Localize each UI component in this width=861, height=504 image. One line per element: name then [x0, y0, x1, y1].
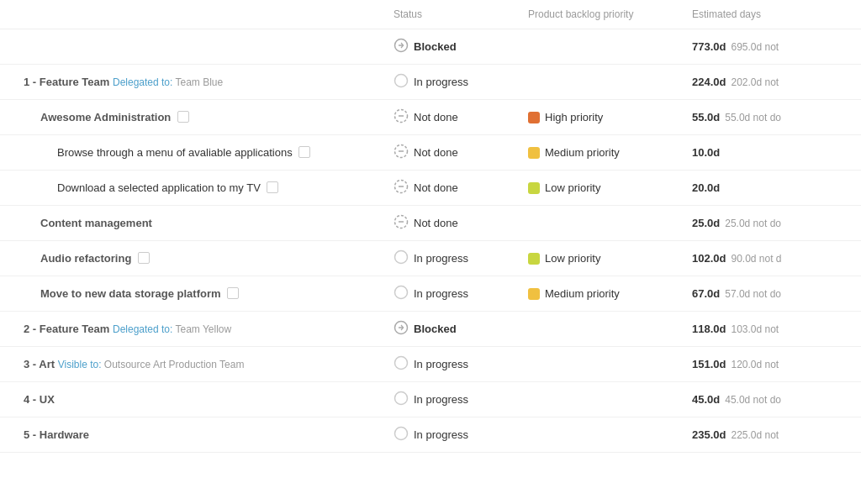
- priority-dot: [528, 288, 540, 300]
- row-estimated-cell: 67.0d57.0d not do: [685, 276, 861, 312]
- status-icon: [394, 179, 409, 197]
- svg-point-14: [395, 392, 408, 405]
- row-priority-cell: [521, 347, 685, 382]
- table-row: Awesome Administration Not doneHigh prio…: [0, 100, 861, 135]
- status-text: Not done: [414, 111, 458, 123]
- row-name-cell: Awesome Administration: [0, 100, 387, 135]
- status-icon: [394, 108, 409, 126]
- row-priority-cell: High priority: [521, 100, 685, 135]
- row-estimated-cell: 20.0d: [685, 171, 861, 206]
- row-name-cell: Download a selected application to my TV: [0, 171, 387, 206]
- checkbox-icon[interactable]: [298, 146, 310, 158]
- row-estimated-cell: 224.0d202.0d not: [685, 65, 861, 100]
- table-row: Content management Not done25.0d25.0d no…: [0, 206, 861, 241]
- checkbox-icon[interactable]: [177, 111, 189, 123]
- row-estimated-cell: 235.0d225.0d not: [685, 417, 861, 453]
- status-icon: [394, 214, 409, 232]
- col-header-estimated: Estimated days: [685, 0, 861, 29]
- est-primary: 45.0d: [692, 393, 720, 406]
- est-secondary: 120.0d not: [731, 359, 779, 370]
- est-primary: 67.0d: [692, 287, 720, 300]
- row-status-cell: In progress: [387, 276, 521, 312]
- svg-point-10: [395, 251, 408, 264]
- status-icon: [394, 426, 409, 444]
- svg-point-1: [395, 75, 408, 87]
- priority-dot: [528, 112, 540, 123]
- row-name-cell: 2 - Feature Team Delegated to: Team Yell…: [0, 312, 387, 347]
- est-primary: 118.0d: [692, 323, 726, 335]
- row-name-cell: Content management: [0, 206, 387, 241]
- status-text: In progress: [414, 428, 468, 441]
- row-name-cell: [0, 29, 387, 65]
- row-status-cell: Blocked: [387, 312, 521, 347]
- est-primary: 773.0d: [692, 40, 726, 53]
- status-text: In progress: [414, 287, 468, 300]
- checkbox-icon[interactable]: [267, 181, 278, 193]
- row-priority-cell: Medium priority: [521, 135, 685, 171]
- est-secondary: 57.0d not do: [725, 288, 781, 300]
- est-secondary: 202.0d not: [731, 76, 779, 88]
- status-text: Not done: [414, 217, 458, 229]
- row-priority-cell: Low priority: [521, 241, 685, 276]
- row-name-cell: 4 - UX: [0, 382, 387, 417]
- row-priority-cell: [521, 312, 685, 347]
- est-secondary: 25.0d not do: [725, 218, 781, 229]
- est-secondary: 695.0d not: [731, 41, 779, 53]
- status-icon: [394, 285, 409, 302]
- est-secondary: 90.0d not d: [731, 253, 781, 265]
- row-estimated-cell: 55.0d55.0d not do: [685, 100, 861, 135]
- row-name-cell: 1 - Feature Team Delegated to: Team Blue: [0, 65, 387, 100]
- priority-text: Medium priority: [545, 287, 620, 300]
- priority-dot: [528, 182, 540, 194]
- table-row: 4 - UX In progress45.0d45.0d not do: [0, 382, 861, 417]
- status-icon: [394, 355, 409, 373]
- est-secondary: 225.0d not: [731, 429, 779, 441]
- col-header-priority: Product backlog priority: [521, 0, 685, 29]
- row-estimated-cell: 25.0d25.0d not do: [685, 206, 861, 241]
- row-status-cell: In progress: [387, 241, 521, 276]
- row-priority-cell: [521, 382, 685, 417]
- row-status-cell: Not done: [387, 171, 521, 206]
- row-status-cell: In progress: [387, 382, 521, 417]
- table-row: 1 - Feature Team Delegated to: Team Blue…: [0, 65, 861, 100]
- status-icon: [394, 73, 409, 91]
- col-header-status: Status: [387, 0, 521, 29]
- row-priority-cell: [521, 65, 685, 100]
- row-name-cell: 5 - Hardware: [0, 417, 387, 453]
- project-table: Status Product backlog priority Estimate…: [0, 0, 861, 453]
- checkbox-icon[interactable]: [227, 287, 239, 299]
- row-estimated-cell: 10.0d: [685, 135, 861, 171]
- priority-dot: [528, 147, 540, 159]
- est-primary: 20.0d: [692, 181, 720, 194]
- row-status-cell: Not done: [387, 135, 521, 171]
- table-row: Download a selected application to my TV…: [0, 171, 861, 206]
- status-icon: [394, 391, 409, 408]
- row-status-cell: In progress: [387, 417, 521, 453]
- row-status-cell: In progress: [387, 65, 521, 100]
- status-icon: [394, 144, 409, 161]
- table-row: Audio refactoring In progressLow priorit…: [0, 241, 861, 276]
- table-row: Move to new data storage platform In pro…: [0, 276, 861, 312]
- est-primary: 10.0d: [692, 146, 720, 159]
- status-text: In progress: [414, 76, 468, 88]
- row-estimated-cell: 151.0d120.0d not: [685, 347, 861, 382]
- status-icon: [394, 320, 409, 338]
- row-estimated-cell: 45.0d45.0d not do: [685, 382, 861, 417]
- priority-text: Medium priority: [545, 146, 620, 159]
- svg-point-11: [395, 286, 408, 299]
- priority-dot: [528, 253, 540, 265]
- row-priority-cell: Low priority: [521, 171, 685, 206]
- checkbox-icon[interactable]: [138, 252, 150, 264]
- row-priority-cell: [521, 29, 685, 65]
- status-text: Not done: [414, 146, 458, 159]
- svg-point-15: [395, 428, 408, 440]
- est-primary: 55.0d: [692, 111, 720, 123]
- status-text: Not done: [414, 181, 458, 194]
- est-secondary: 45.0d not do: [725, 394, 781, 406]
- table-row: 2 - Feature Team Delegated to: Team Yell…: [0, 312, 861, 347]
- row-name-cell: 3 - Art Visible to: Outsource Art Produc…: [0, 347, 387, 382]
- est-secondary: 103.0d not: [731, 323, 779, 335]
- status-icon: [394, 38, 409, 55]
- est-primary: 102.0d: [692, 252, 726, 265]
- row-priority-cell: [521, 417, 685, 453]
